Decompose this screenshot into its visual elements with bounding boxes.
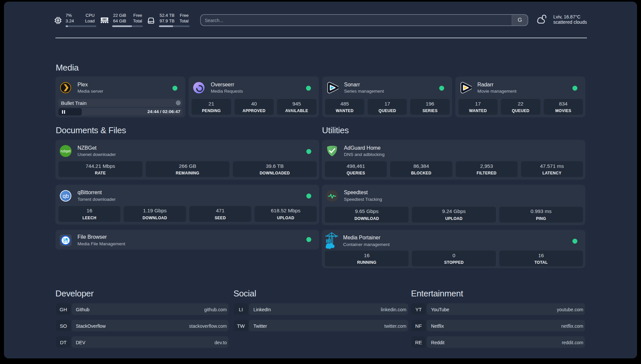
svg-text:qb: qb: [63, 193, 69, 199]
svg-text:nzbget: nzbget: [61, 149, 71, 153]
